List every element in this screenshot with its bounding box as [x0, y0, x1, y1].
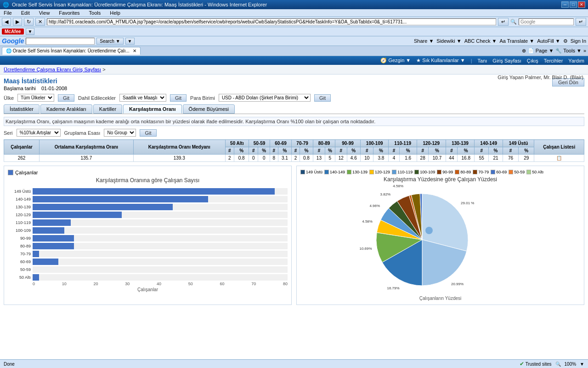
autofill-tool[interactable]: AutoFill ▼ — [537, 38, 560, 44]
menu-edit[interactable]: Edit — [19, 9, 32, 17]
arrow-icon[interactable]: » — [583, 48, 586, 54]
page-title: Maaş İstatistikleri — [4, 77, 67, 85]
tab-karsilastirma[interactable]: Karşılaştırma Oranı — [123, 104, 182, 114]
menu-favorites[interactable]: Favorites — [57, 9, 81, 17]
forward-button[interactable]: ▶ — [13, 18, 22, 26]
tools-icon[interactable]: 🔧 Tools ▼ — [555, 48, 581, 54]
breadcrumb-link[interactable]: Ücretlendirme Çalışma Ekranı Giriş Sayfa… — [4, 67, 101, 72]
pie-legend-color — [473, 170, 477, 174]
include-git-button[interactable]: Git — [170, 94, 187, 102]
cell-list-icon[interactable]: 📋 — [534, 155, 584, 162]
tab-istatistikler[interactable]: İstatistikler — [4, 104, 40, 114]
nav-giris-sayfasi[interactable]: Giriş Sayfası — [492, 58, 521, 63]
bar-track — [33, 235, 288, 242]
signin-button[interactable]: Sign In — [571, 38, 586, 44]
x-axis-tick: 40 — [157, 282, 161, 286]
bar-track — [33, 259, 288, 265]
seri-select[interactable]: %10'luk Artışlar — [17, 129, 61, 137]
minimize-btn[interactable]: ─ — [561, 1, 569, 8]
sidewiki-tool[interactable]: Sidewiki ▼ — [436, 38, 461, 44]
nav-cikis[interactable]: Çıkış — [527, 58, 538, 63]
sub-90-99-count: # — [335, 147, 347, 155]
mcafee-logo: McAfee — [2, 29, 24, 34]
cell-140-149-p: 21 — [489, 155, 503, 162]
country-select[interactable]: Tüm Ülkeler — [17, 94, 54, 102]
title-bar: 🌐 Oracle Self Servis İnsan Kaynakları: Ü… — [0, 0, 588, 9]
google-options-button[interactable]: ▼ — [125, 38, 135, 45]
pie-label: 4.96% — [369, 204, 380, 208]
bar-fill — [33, 204, 173, 210]
bar-row: 140-149 — [8, 196, 288, 202]
col-70-79: 70-79 — [292, 140, 313, 147]
country-git-button[interactable]: Git — [58, 94, 74, 102]
go-button[interactable]: ↵ — [498, 18, 509, 26]
pie-x-label: Çalışanların Yüzdesi — [300, 296, 580, 301]
browser-tab-close[interactable]: ✕ — [133, 48, 136, 53]
bar-label: 120-129 — [8, 213, 31, 217]
menu-file[interactable]: File — [2, 9, 14, 17]
check-tool[interactable]: ABC Check ▼ — [464, 38, 497, 44]
pie-legend-label: 90-99 — [442, 170, 453, 174]
cell-60-69-p: 3.1 — [278, 155, 291, 162]
maximize-btn[interactable]: □ — [570, 1, 577, 8]
search-go-button[interactable]: ↵ — [576, 18, 586, 26]
pie-label: 4.58% — [393, 184, 403, 188]
bar-track — [33, 243, 288, 249]
nav-sikkullanilan[interactable]: ★ Sık Kullanılanlar ▼ — [416, 58, 465, 63]
pie-container: 29.01 %20.99%16.79%10.69%4.58%4.96%3.82%… — [300, 184, 580, 295]
sub-149ustu-count: # — [503, 147, 518, 155]
start-date-label: Başlama tarihi — [4, 86, 36, 91]
bar-row: 100-109 — [8, 227, 288, 234]
menu-view[interactable]: View — [37, 9, 52, 17]
bar-fill — [33, 251, 39, 257]
pie-legend-item: 80-89 — [455, 170, 471, 174]
main-content: Giriş Yapan Palmer, Mr. Blair D. (Blair)… — [0, 75, 588, 308]
search-input[interactable] — [519, 18, 574, 25]
currency-select[interactable]: USD - ABD Doları (Şirket Para Birimi) — [219, 94, 311, 102]
bar-label: 140-149 — [8, 197, 31, 201]
cell-110-119-p: 1.6 — [399, 155, 417, 162]
stop-button[interactable]: ✕ — [35, 18, 45, 26]
menu-help[interactable]: Help — [108, 9, 122, 17]
pie-legend-color — [300, 170, 305, 174]
gruplama-select[interactable]: No Group — [104, 129, 136, 137]
close-btn[interactable]: ✕ — [578, 1, 585, 8]
title-bar-controls[interactable]: ─ □ ✕ — [561, 1, 585, 8]
currency-git-button[interactable]: Git — [314, 94, 331, 102]
pie-legend-color — [347, 170, 351, 174]
menu-tools[interactable]: Tools — [87, 9, 103, 17]
browser-tab-tools[interactable]: ⊕ 📄 Page ▼ 🔧 Tools ▼ » — [522, 48, 586, 54]
google-search-input[interactable] — [26, 38, 95, 45]
series-git-button[interactable]: Git — [140, 129, 156, 137]
new-tab-icon[interactable]: ⊕ — [522, 48, 526, 54]
pie-legend-item: 90-99 — [437, 170, 453, 174]
back-button[interactable]: ◀ — [2, 18, 11, 26]
browser-tab-active[interactable]: 🌐 Oracle Self Servis İnsan Kaynakları: Ü… — [2, 47, 141, 55]
mcafee-dropdown[interactable]: ▼ — [26, 28, 35, 35]
col-140-149: 140-149 — [475, 140, 503, 147]
bar-track — [33, 266, 288, 273]
page-tools-icon[interactable]: 📄 Page ▼ — [528, 48, 554, 54]
col-60-69: 60-69 — [270, 140, 292, 147]
col-50alt: 50 Altı — [225, 140, 249, 147]
google-search-button[interactable]: Search ▼ — [96, 38, 123, 45]
share-tool[interactable]: Share ▼ — [414, 38, 434, 44]
x-axis-label: Çalışanlar — [8, 287, 288, 292]
nav-tercihler[interactable]: Tercihler — [544, 58, 563, 63]
x-axis-tick: 80 — [283, 282, 288, 286]
pie-label: 16.79% — [387, 286, 399, 290]
pie-chart-container: 149 Üstü140-149130-139120-129110-119100-… — [296, 166, 584, 305]
translate-tool[interactable]: Aa Translate ▼ — [499, 38, 534, 44]
tab-kademe[interactable]: Kademe Aralıkları — [40, 104, 92, 114]
address-input[interactable] — [47, 18, 496, 25]
settings-icon[interactable]: ⚙ — [563, 38, 568, 44]
user-info-label: Giriş Yapan Palmer, Mr. Blair D. (Blair) — [498, 75, 583, 80]
filter-row: Ülke Tüm Ülkeler Git Dahil Edilecekler S… — [4, 94, 584, 102]
nav-tani[interactable]: Tanı — [478, 58, 487, 63]
refresh-button[interactable]: ↻ — [24, 18, 34, 26]
nav-yardim[interactable]: Yardım — [568, 58, 584, 63]
nav-gezgin[interactable]: 🧭 Gezgin ▼ — [380, 58, 411, 63]
tab-odeme[interactable]: Ödeme Büyümesi — [183, 104, 235, 114]
include-select[interactable]: Saatlik ve Maaşlı — [119, 94, 166, 102]
tab-kartiller[interactable]: Kartiller — [93, 104, 122, 114]
